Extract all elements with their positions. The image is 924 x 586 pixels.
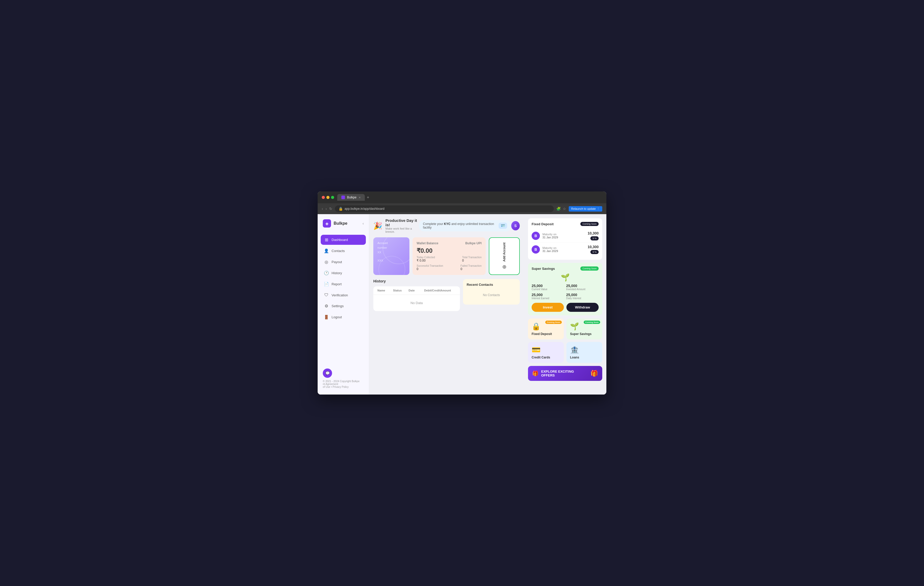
- today-collected-value: ₹ 0.00: [417, 259, 435, 262]
- failed-transaction-value: 0: [460, 267, 482, 271]
- mini-card-loans[interactable]: 🏦 Loans: [566, 342, 602, 363]
- recent-contacts-section: Recent Contacts No Contacts: [463, 279, 520, 311]
- super-savings-card: Super Savings Coming Soon 🌱 25,000 Curre…: [528, 263, 602, 315]
- browser-window: Bulkpe ✕ + ‹ › ↻ 🔒 app.bulkpe.in/app/das…: [318, 191, 606, 395]
- fd-value-2: 10,300: [587, 245, 599, 249]
- kyc-banner[interactable]: Complete your KYC and enjoy unlimited tr…: [419, 220, 511, 231]
- mini-card-fixed-deposit[interactable]: Coming Soon 🔒 Fixed Deposit: [528, 319, 564, 339]
- browser-toolbar: ‹ › ↻ 🔒 app.bulkpe.in/app/dashboard 🧩 ☆ …: [318, 203, 606, 214]
- account-card-label: Account: [378, 242, 405, 245]
- main-content: 🎉 Productive Day it is! Make work feel l…: [369, 214, 524, 395]
- successful-transaction-label: Successful Transaction: [417, 264, 443, 267]
- sidebar-item-contacts[interactable]: 👤 Contacts: [321, 246, 366, 256]
- sidebar-item-logout[interactable]: 🚪 Logout: [321, 312, 366, 322]
- fd-date-1: 31 Jan 2029: [543, 236, 585, 239]
- star-icon[interactable]: ☆: [563, 207, 566, 211]
- add-account-card[interactable]: Add Account ⊕: [489, 237, 520, 275]
- relaunch-label: Relaunch to update: [571, 207, 596, 210]
- sidebar-item-dashboard[interactable]: ⊞ Dashboard: [321, 235, 366, 245]
- sidebar-collapse-button[interactable]: ‹: [363, 221, 364, 226]
- agreement-text: nt Agreement: [323, 383, 364, 385]
- sidebar-item-settings[interactable]: ⚙ Settings: [321, 301, 366, 311]
- current-value: 25,000: [531, 284, 564, 288]
- fd-title: Fixed Deposit: [531, 222, 554, 226]
- sidebar-item-label: Logout: [332, 315, 342, 319]
- tab-close-button[interactable]: ✕: [359, 196, 361, 199]
- mini-card-cc-title: Credit Cards: [531, 356, 550, 359]
- extensions-icon[interactable]: 🧩: [556, 207, 561, 211]
- mini-card-fd-icon: 🔒: [531, 322, 541, 331]
- fd-maturity-label-1: Maturity on: [543, 233, 585, 236]
- fd-info-1: Maturity on 31 Jan 2029: [543, 233, 585, 239]
- ss-title: Super Savings: [531, 267, 555, 271]
- tab-favicon: [342, 196, 345, 199]
- fd-maturity-label-2: Maturity on: [543, 246, 585, 249]
- mini-card-fd-title: Fixed Deposit: [531, 332, 552, 336]
- back-button[interactable]: ‹: [322, 207, 323, 211]
- chat-bubble-button[interactable]: 💬: [323, 369, 332, 378]
- invested-amount-label: Invested Amount: [566, 288, 599, 291]
- close-button[interactable]: [322, 196, 325, 199]
- relaunch-button[interactable]: Relaunch to update ⋮: [569, 206, 602, 212]
- right-panel: Fixed Deposit Coming Soon B Maturity on …: [524, 214, 606, 395]
- col-debit-credit: Debit/Credit: [424, 289, 440, 292]
- history-table: Name Status Date Debit/Credit Amount No …: [373, 286, 460, 311]
- tab-bar: Bulkpe ✕ +: [337, 194, 602, 201]
- mini-card-credit-cards[interactable]: 💳 Credit Cards: [528, 342, 564, 363]
- explore-offers-banner[interactable]: 🎁 EXPLORE EXCITING OFFERS 🎁: [528, 366, 602, 381]
- kyc-text: Complete your KYC and enjoy unlimited tr…: [423, 222, 497, 229]
- account-masked-number: XX: [378, 251, 405, 254]
- minimize-button[interactable]: [327, 196, 330, 199]
- withdraw-button[interactable]: Withdraw: [566, 303, 599, 312]
- mini-badge-ss: Coming Soon: [584, 321, 600, 324]
- sidebar-item-label: Dashboard: [332, 238, 348, 242]
- logo-text: Bulkpe: [333, 221, 347, 226]
- avatar[interactable]: S: [511, 221, 520, 230]
- contacts-card: Recent Contacts No Contacts: [463, 279, 520, 305]
- fd-amount-1: 10,300 9 %: [587, 231, 599, 240]
- sidebar-item-history[interactable]: 🕐 History: [321, 268, 366, 278]
- greeting-title: Productive Day it is!: [385, 218, 419, 227]
- maximize-button[interactable]: [331, 196, 334, 199]
- settings-icon: ⚙: [324, 304, 329, 308]
- col-status: Status: [393, 289, 408, 292]
- explore-label: EXPLORE EXCITING OFFERS: [541, 370, 588, 377]
- mini-card-ss-title: Super Savings: [570, 332, 591, 336]
- ss-icon: 🌱: [531, 273, 599, 281]
- mini-card-super-savings[interactable]: Coming Soon 🌱 Super Savings: [566, 319, 602, 339]
- forward-button[interactable]: ›: [326, 207, 327, 211]
- sidebar-item-label: Verification: [332, 293, 348, 297]
- failed-transaction-label: Failed Transaction: [460, 264, 482, 267]
- sidebar-item-label: Contacts: [332, 249, 345, 253]
- lock-icon: 🔒: [338, 207, 343, 211]
- explore-gift-icon: 🎁: [591, 370, 598, 377]
- wallet-upi-label: Bulkpe UPI: [465, 242, 482, 245]
- policy-links: of Use • Privacy Policy: [323, 385, 364, 388]
- history-title: History: [373, 279, 460, 283]
- greeting: 🎉 Productive Day it is! Make work feel l…: [373, 218, 419, 233]
- daily-interest-label: Daily Interest: [566, 297, 599, 300]
- browser-tab[interactable]: Bulkpe ✕: [337, 194, 365, 201]
- invested-amount: 25,000: [566, 284, 599, 288]
- verification-icon: 🛡: [324, 293, 329, 297]
- sidebar-item-verification[interactable]: 🛡 Verification: [321, 290, 366, 300]
- fd-badge: Coming Soon: [580, 222, 599, 226]
- invest-button[interactable]: Invest: [531, 303, 564, 312]
- address-bar[interactable]: 🔒 app.bulkpe.in/app/dashboard: [335, 206, 554, 212]
- no-data-message: No Data: [373, 295, 460, 311]
- add-account-label: Add Account: [502, 242, 506, 262]
- greeting-subtitle: Make work feel like a breeze.: [385, 227, 419, 233]
- url-display: app.bulkpe.in/app/dashboard: [345, 207, 384, 211]
- new-tab-button[interactable]: +: [367, 195, 369, 200]
- sidebar-item-payout[interactable]: ◎ Payout: [321, 257, 366, 267]
- fd-amount-2: 10,300 9 %: [587, 245, 599, 254]
- sidebar-item-label: History: [332, 271, 342, 275]
- mini-card-loans-title: Loans: [570, 356, 579, 359]
- sidebar-item-report[interactable]: 📄 Report: [321, 279, 366, 289]
- total-transaction-value: 0: [462, 259, 482, 262]
- table-header: Name Status Date Debit/Credit Amount: [373, 286, 460, 295]
- ss-header: Super Savings Coming Soon: [531, 267, 599, 271]
- fd-item-1: B Maturity on 31 Jan 2029 10,300 9 %: [531, 229, 599, 243]
- today-collected-label: Today Collected: [417, 256, 435, 259]
- reload-button[interactable]: ↻: [329, 207, 332, 211]
